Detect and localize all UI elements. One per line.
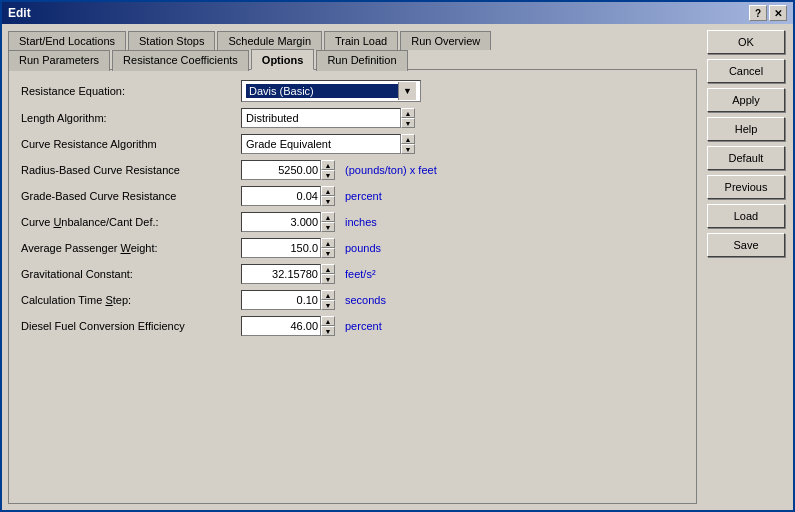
resistance-equation-dropdown[interactable]: Davis (Basic) ▼ [241, 80, 421, 102]
calculation-time-step-unit: seconds [345, 294, 386, 306]
avg-passenger-weight-control: ▲ ▼ pounds [241, 238, 381, 258]
close-title-button[interactable]: ✕ [769, 5, 787, 21]
curve-unbalance-control: ▲ ▼ inches [241, 212, 377, 232]
diesel-fuel-conversion-down[interactable]: ▼ [321, 326, 335, 336]
tab-run-overview[interactable]: Run Overview [400, 31, 491, 50]
edit-window: Edit ? ✕ Start/End Locations Station Sto… [0, 0, 795, 512]
default-button[interactable]: Default [707, 146, 785, 170]
avg-passenger-weight-spin-buttons: ▲ ▼ [321, 238, 335, 258]
calculation-time-step-label: Calculation Time Step: [21, 294, 241, 306]
grade-curve-resistance-spinner: ▲ ▼ [241, 186, 335, 206]
curve-resistance-algorithm-input[interactable] [241, 134, 401, 154]
diesel-fuel-conversion-spin-buttons: ▲ ▼ [321, 316, 335, 336]
gravitational-constant-row: Gravitational Constant: ▲ ▼ feet/s² [21, 264, 684, 284]
diesel-fuel-conversion-label: Diesel Fuel Conversion Efficiency [21, 320, 241, 332]
gravitational-constant-up[interactable]: ▲ [321, 264, 335, 274]
tab-start-end-locations[interactable]: Start/End Locations [8, 31, 126, 50]
diesel-fuel-conversion-up[interactable]: ▲ [321, 316, 335, 326]
curve-resistance-algorithm-up[interactable]: ▲ [401, 134, 415, 144]
radius-curve-resistance-label: Radius-Based Curve Resistance [21, 164, 241, 176]
radius-curve-resistance-control: ▲ ▼ (pounds/ton) x feet [241, 160, 437, 180]
apply-button[interactable]: Apply [707, 88, 785, 112]
gravitational-constant-control: ▲ ▼ feet/s² [241, 264, 376, 284]
curve-unbalance-spin-buttons: ▲ ▼ [321, 212, 335, 232]
radius-curve-resistance-spin-buttons: ▲ ▼ [321, 160, 335, 180]
radius-curve-resistance-down[interactable]: ▼ [321, 170, 335, 180]
gravitational-constant-spinner: ▲ ▼ [241, 264, 335, 284]
resistance-equation-value: Davis (Basic) [246, 84, 398, 98]
calculation-time-step-spin-buttons: ▲ ▼ [321, 290, 335, 310]
avg-passenger-weight-spinner: ▲ ▼ [241, 238, 335, 258]
title-bar-buttons: ? ✕ [749, 5, 787, 21]
calculation-time-step-spinner: ▲ ▼ [241, 290, 335, 310]
gravitational-constant-input[interactable] [241, 264, 321, 284]
avg-passenger-weight-up[interactable]: ▲ [321, 238, 335, 248]
gravitational-constant-down[interactable]: ▼ [321, 274, 335, 284]
curve-unbalance-down[interactable]: ▼ [321, 222, 335, 232]
diesel-fuel-conversion-input[interactable] [241, 316, 321, 336]
grade-curve-resistance-spin-buttons: ▲ ▼ [321, 186, 335, 206]
calculation-time-step-up[interactable]: ▲ [321, 290, 335, 300]
calculation-time-step-down[interactable]: ▼ [321, 300, 335, 310]
resistance-equation-control: Davis (Basic) ▼ [241, 80, 421, 102]
main-content: Start/End Locations Station Stops Schedu… [2, 24, 703, 510]
save-button[interactable]: Save [707, 233, 785, 257]
radius-curve-resistance-unit: (pounds/ton) x feet [345, 164, 437, 176]
length-algorithm-up[interactable]: ▲ [401, 108, 415, 118]
right-button-panel: OK Cancel Apply Help Default Previous Lo… [703, 24, 793, 510]
length-algorithm-spin-buttons: ▲ ▼ [401, 108, 415, 128]
length-algorithm-label: Length Algorithm: [21, 112, 241, 124]
ok-button[interactable]: OK [707, 30, 785, 54]
length-algorithm-input[interactable] [241, 108, 401, 128]
length-algorithm-down[interactable]: ▼ [401, 118, 415, 128]
help-title-button[interactable]: ? [749, 5, 767, 21]
radius-curve-resistance-spinner: ▲ ▼ [241, 160, 335, 180]
grade-curve-resistance-input[interactable] [241, 186, 321, 206]
calculation-time-step-input[interactable] [241, 290, 321, 310]
curve-resistance-algorithm-row: Curve Resistance Algorithm ▲ ▼ [21, 134, 684, 154]
grade-curve-resistance-row: Grade-Based Curve Resistance ▲ ▼ percent [21, 186, 684, 206]
cancel-button[interactable]: Cancel [707, 59, 785, 83]
tab-resistance-coefficients[interactable]: Resistance Coefficients [112, 50, 249, 71]
grade-curve-resistance-up[interactable]: ▲ [321, 186, 335, 196]
previous-button[interactable]: Previous [707, 175, 785, 199]
tab-station-stops[interactable]: Station Stops [128, 31, 215, 50]
tab-train-load[interactable]: Train Load [324, 31, 398, 50]
resistance-equation-row: Resistance Equation: Davis (Basic) ▼ [21, 80, 684, 102]
gravitational-constant-unit: feet/s² [345, 268, 376, 280]
curve-resistance-algorithm-down[interactable]: ▼ [401, 144, 415, 154]
curve-resistance-algorithm-control: ▲ ▼ [241, 134, 415, 154]
length-algorithm-row: Length Algorithm: ▲ ▼ [21, 108, 684, 128]
load-button[interactable]: Load [707, 204, 785, 228]
avg-passenger-weight-input[interactable] [241, 238, 321, 258]
avg-passenger-weight-label: Average Passenger Weight: [21, 242, 241, 254]
title-bar: Edit ? ✕ [2, 2, 793, 24]
curve-unbalance-input[interactable] [241, 212, 321, 232]
diesel-fuel-conversion-control: ▲ ▼ percent [241, 316, 382, 336]
window-title: Edit [8, 6, 31, 20]
help-button[interactable]: Help [707, 117, 785, 141]
radius-curve-resistance-up[interactable]: ▲ [321, 160, 335, 170]
curve-unbalance-label: Curve Unbalance/Cant Def.: [21, 216, 241, 228]
tab-options[interactable]: Options [251, 49, 315, 70]
grade-curve-resistance-unit: percent [345, 190, 382, 202]
dropdown-arrow-icon[interactable]: ▼ [398, 82, 416, 100]
avg-passenger-weight-row: Average Passenger Weight: ▲ ▼ pounds [21, 238, 684, 258]
gravitational-constant-spin-buttons: ▲ ▼ [321, 264, 335, 284]
tab-schedule-margin[interactable]: Schedule Margin [217, 31, 322, 50]
diesel-fuel-conversion-spinner: ▲ ▼ [241, 316, 335, 336]
curve-resistance-algorithm-spinner: ▲ ▼ [241, 134, 415, 154]
calculation-time-step-row: Calculation Time Step: ▲ ▼ seconds [21, 290, 684, 310]
length-algorithm-spinner: ▲ ▼ [241, 108, 415, 128]
tab-run-parameters[interactable]: Run Parameters [8, 50, 110, 71]
curve-resistance-algorithm-spin-buttons: ▲ ▼ [401, 134, 415, 154]
avg-passenger-weight-down[interactable]: ▼ [321, 248, 335, 258]
radius-curve-resistance-input[interactable] [241, 160, 321, 180]
calculation-time-step-control: ▲ ▼ seconds [241, 290, 386, 310]
tab-run-definition[interactable]: Run Definition [316, 50, 407, 71]
gravitational-constant-label: Gravitational Constant: [21, 268, 241, 280]
grade-curve-resistance-down[interactable]: ▼ [321, 196, 335, 206]
curve-unbalance-up[interactable]: ▲ [321, 212, 335, 222]
curve-unbalance-spinner: ▲ ▼ [241, 212, 335, 232]
window-body: Start/End Locations Station Stops Schedu… [2, 24, 793, 510]
